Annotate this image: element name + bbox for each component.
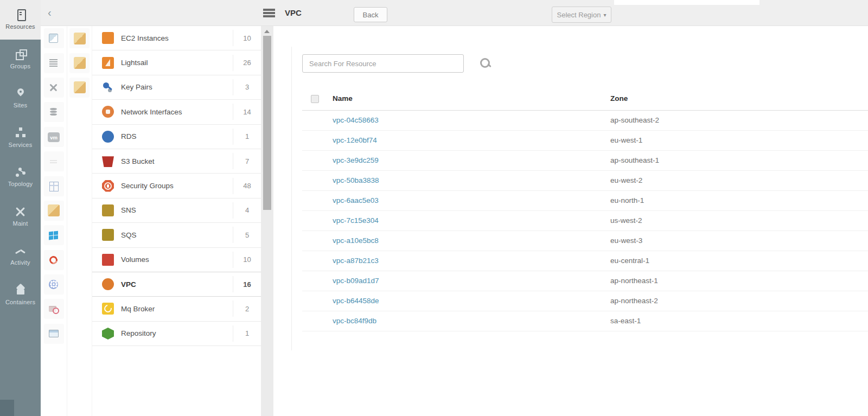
- resource-list-item[interactable]: Lightsail 26: [92, 50, 261, 75]
- sidebar-item-label: Activity: [10, 259, 30, 266]
- table-row[interactable]: vpc-12e0bf74 eu-west-1: [302, 131, 868, 151]
- resource-list-item[interactable]: Security Groups 48: [92, 174, 261, 198]
- vpc-name-link[interactable]: vpc-12e0bf74: [333, 136, 377, 144]
- sidebar-item-label: Maint: [13, 220, 28, 227]
- resource-label: S3 Bucket: [121, 157, 233, 165]
- sidebar-item[interactable]: Resources: [0, 0, 41, 40]
- keypairs-icon: [102, 81, 114, 93]
- sidebar-item[interactable]: Groups: [0, 40, 41, 79]
- scrollbar-thumb[interactable]: [263, 36, 271, 210]
- topology-icon: [15, 167, 27, 177]
- resource-label: Volumes: [121, 255, 233, 264]
- resource-list: EC2 Instances 10 Lightsail 26 Key Pairs …: [92, 26, 261, 346]
- sns-icon: [102, 204, 114, 216]
- resource-type-cell[interactable]: [41, 149, 67, 174]
- vpc-name-link[interactable]: vpc-3e9dc259: [333, 156, 379, 164]
- resource-type-cell[interactable]: [41, 174, 67, 198]
- faded-icon: [48, 156, 60, 168]
- icon-tile: [44, 53, 64, 73]
- cube-icon: [74, 33, 86, 44]
- column-header-name: Name: [333, 94, 353, 103]
- resource-list-item[interactable]: S3 Bucket 7: [92, 149, 261, 174]
- collapse-panel-chevron-icon[interactable]: ‹: [48, 5, 52, 20]
- table-row[interactable]: vpc-7c15e304 us-west-2: [302, 211, 868, 231]
- resource-type-cell[interactable]: [41, 125, 67, 149]
- vpc-name-link[interactable]: vpc-a87b21c3: [333, 257, 379, 265]
- search-icon[interactable]: [480, 57, 492, 69]
- resource-list-item[interactable]: Volumes 10: [92, 248, 261, 272]
- resource-list-item[interactable]: SNS 4: [92, 199, 261, 223]
- table-row[interactable]: vpc-a87b21c3 eu-central-1: [302, 251, 868, 271]
- table-row[interactable]: vpc-b09ad1d7 ap-northeast-1: [302, 271, 868, 291]
- resource-type-cell[interactable]: [41, 322, 67, 346]
- icon-tile: [69, 78, 90, 98]
- vpc-name-link[interactable]: vpc-6aac5e03: [333, 196, 379, 204]
- resource-type-cell[interactable]: [41, 248, 67, 272]
- vpc-name-link[interactable]: vpc-bc84f9db: [333, 317, 376, 325]
- main-content: Name Zone vpc-04c58663 ap-southeast-2 vp…: [273, 26, 868, 416]
- select-all-checkbox[interactable]: [311, 95, 319, 103]
- resource-list-item[interactable]: Mq Broker 2: [92, 297, 261, 321]
- resource-group-cell[interactable]: [67, 26, 92, 50]
- sidebar-item[interactable]: Sites: [0, 79, 41, 118]
- resource-list-item[interactable]: Network Interfaces 14: [92, 100, 261, 124]
- resource-list-item[interactable]: VPC 16: [92, 272, 261, 297]
- sidebar-item[interactable]: Topology: [0, 157, 41, 197]
- icon-tile: [44, 201, 64, 221]
- resource-label: Network Interfaces: [121, 108, 233, 116]
- resource-type-cell[interactable]: [41, 26, 67, 50]
- sidebar-item[interactable]: Services: [0, 118, 41, 158]
- back-button[interactable]: Back: [354, 7, 387, 22]
- resource-list-item[interactable]: SQS 5: [92, 223, 261, 247]
- crossed-tools-icon: [48, 81, 60, 93]
- sidebar-item-label: Containers: [5, 299, 35, 305]
- resource-group-cell[interactable]: [67, 75, 92, 100]
- sqs-icon: [102, 229, 114, 241]
- search-input[interactable]: [302, 54, 464, 73]
- resource-type-cell[interactable]: [41, 75, 67, 100]
- vpc-name-link[interactable]: vpc-b09ad1d7: [333, 277, 379, 285]
- table-row[interactable]: vpc-04c58663 ap-southeast-2: [302, 111, 868, 131]
- containers-icon: [15, 285, 27, 296]
- resource-list-item[interactable]: Key Pairs 3: [92, 75, 261, 100]
- scroll-up-arrow-icon[interactable]: [264, 30, 270, 33]
- resource-type-cell[interactable]: [41, 50, 67, 75]
- vpc-name-link[interactable]: vpc-b64458de: [333, 297, 379, 305]
- resource-count-badge: 10: [233, 30, 261, 46]
- table-body: vpc-04c58663 ap-southeast-2 vpc-12e0bf74…: [302, 111, 868, 331]
- resource-list-item[interactable]: Repository 1: [92, 322, 261, 346]
- icon-tile: [44, 127, 64, 147]
- hamburger-menu-icon[interactable]: [263, 9, 275, 18]
- resource-type-cell[interactable]: [41, 272, 67, 297]
- s3-bucket-icon: [102, 155, 114, 167]
- vpc-name-link[interactable]: vpc-a10e5bc8: [333, 236, 379, 245]
- table-row[interactable]: vpc-b64458de ap-northeast-2: [302, 291, 868, 311]
- resource-count-badge: 2: [233, 300, 261, 317]
- column-header-zone: Zone: [610, 94, 628, 103]
- icon-tile: [44, 102, 64, 122]
- resource-type-cell[interactable]: [41, 297, 67, 321]
- list-scrollbar-track[interactable]: [261, 26, 273, 416]
- resource-type-cell[interactable]: [41, 100, 67, 124]
- sidebar-item[interactable]: Containers: [0, 276, 41, 315]
- resource-type-cell[interactable]: [41, 199, 67, 223]
- icon-tile: [44, 324, 64, 344]
- table-row[interactable]: vpc-a10e5bc8 eu-west-3: [302, 231, 868, 251]
- table-row[interactable]: vpc-3e9dc259 ap-southeast-1: [302, 151, 868, 171]
- sidebar-item[interactable]: Maint: [0, 197, 41, 236]
- vpc-name-link[interactable]: vpc-50ba3838: [333, 176, 379, 184]
- icon-tile: [44, 225, 64, 245]
- resource-type-cell[interactable]: [41, 223, 67, 247]
- vpc-name-link[interactable]: vpc-7c15e304: [333, 216, 379, 225]
- table-row[interactable]: vpc-50ba3838 eu-west-2: [302, 171, 868, 191]
- select-region-dropdown[interactable]: Select Region ▾: [552, 7, 611, 23]
- vpc-name-link[interactable]: vpc-04c58663: [333, 116, 379, 124]
- sidebar-item[interactable]: Activity: [0, 236, 41, 276]
- resource-list-item[interactable]: RDS 1: [92, 125, 261, 149]
- table-row[interactable]: vpc-bc84f9db sa-east-1: [302, 311, 868, 331]
- resource-list-item[interactable]: EC2 Instances 10: [92, 26, 261, 50]
- table-row[interactable]: vpc-6aac5e03 eu-north-1: [302, 191, 868, 211]
- icon-tile: [44, 28, 64, 48]
- resource-count-badge: 1: [233, 129, 261, 145]
- resource-group-cell[interactable]: [67, 50, 92, 75]
